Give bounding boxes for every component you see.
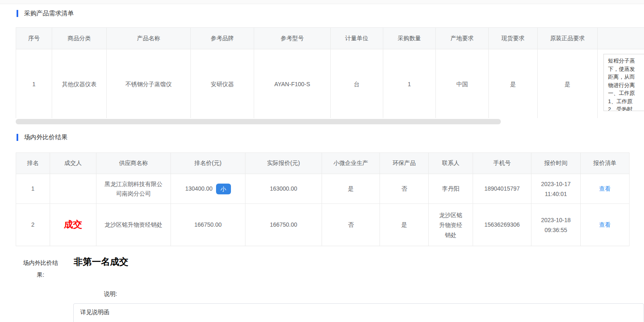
cell-contact: 李丹阳 [429, 174, 473, 204]
description-line: 下，使蒸发 [608, 65, 644, 73]
comparison-result-label: 场内外比价结果: [21, 257, 60, 281]
col-model: 参考型号 [254, 28, 331, 49]
cell-seq: 1 [16, 49, 52, 119]
cell-small-micro: 是 [322, 174, 380, 204]
comparison-table: 排名 成交人 供应商名称 排名价(元) 实际报价(元) 小微企业生产 环保产品 … [16, 153, 630, 246]
comparison-result-value: 非第一名成交 [74, 256, 128, 268]
section-title-text: 采购产品需求清单 [24, 10, 74, 17]
cell-phone: 15636269306 [473, 204, 531, 246]
cell-original-genuine: 是 [538, 49, 598, 119]
cell-eco-product: 是 [380, 204, 429, 246]
note-label: 说明: [74, 291, 117, 298]
cell-supplier: 黑龙江京朗科技有限公司南岗分公司 [96, 174, 171, 204]
cell-category: 其他仪器仪表 [52, 49, 107, 119]
view-quote-link[interactable]: 查看 [599, 221, 611, 228]
product-table-wrapper: 序号 商品分类 产品名称 参考品牌 参考型号 计量单位 采购数量 产地要求 现货… [16, 27, 644, 118]
cell-supplier: 龙沙区铭升物资经销处 [96, 204, 171, 246]
quote-clock: 09:36:55 [531, 225, 580, 235]
product-table-row: 1 其他仪器仪表 不锈钢分子蒸馏仪 安研仪器 AYAN-F100-S 台 1 中… [16, 49, 644, 119]
col-description [598, 28, 644, 49]
cell-quote-list: 查看 [581, 174, 630, 204]
description-line: 1、工作原 [608, 97, 644, 106]
col-contact: 联系人 [429, 153, 473, 174]
cell-description: 短程分子蒸 下，使蒸发 距离，从而 物进行分离 一、工作原 1、工作原 2、受热… [598, 49, 644, 119]
cell-actual-price: 166750.00 [245, 204, 322, 246]
comparison-row-1: 1 黑龙江京朗科技有限公司南岗分公司 130400.00小 163000.00 … [16, 174, 630, 204]
cell-contact: 龙沙区铭升物资经销处 [429, 204, 473, 246]
cell-quantity: 1 [383, 49, 436, 119]
col-rank-price: 排名价(元) [171, 153, 245, 174]
col-supplier: 供应商名称 [96, 153, 171, 174]
section-title-text: 场内外比价结果 [24, 133, 67, 141]
cell-rank: 2 [16, 204, 50, 246]
cell-deal-maker [50, 174, 96, 204]
col-category: 商品分类 [52, 28, 107, 49]
col-small-micro: 小微企业生产 [322, 153, 380, 174]
col-phone: 手机号 [473, 153, 531, 174]
horizontal-scrollbar [16, 119, 644, 124]
cell-quote-time: 2023-10-17 11:40:01 [531, 174, 581, 204]
product-description-box[interactable]: 短程分子蒸 下，使蒸发 距离，从而 物进行分离 一、工作原 1、工作原 2、受热… [603, 54, 644, 111]
cell-rank-price: 166750.00 [171, 204, 245, 246]
col-quote-time: 报价时间 [531, 153, 581, 174]
description-line: 距离，从而 [608, 73, 644, 81]
col-rank: 排名 [16, 153, 50, 174]
top-strip [0, 0, 644, 4]
col-origin: 产地要求 [436, 28, 489, 49]
supplier-name: 黑龙江京朗科技有限公司南岗分公司 [96, 179, 171, 199]
section-marker [17, 134, 18, 141]
cell-rank: 1 [16, 174, 50, 204]
cell-product-name: 不锈钢分子蒸馏仪 [107, 49, 191, 119]
col-in-stock: 现货要求 [489, 28, 538, 49]
description-line: 一、工作原 [608, 89, 644, 97]
cell-quote-list: 查看 [581, 204, 630, 246]
description-line: 物进行分离 [608, 81, 644, 90]
section-title-product-list: 采购产品需求清单 [17, 10, 74, 17]
section-title-price-comparison: 场内外比价结果 [17, 133, 67, 141]
cell-rank-price: 130400.00小 [171, 174, 245, 204]
col-deal-maker: 成交人 [50, 153, 96, 174]
rank-price-value: 130400.00 [185, 185, 212, 191]
quote-date: 2023-10-18 [531, 215, 580, 225]
contact-name: 龙沙区铭升物资经销处 [429, 210, 473, 240]
section-marker [17, 10, 18, 17]
procurement-detail-page: 采购产品需求清单 序号 商品分类 产品名称 参考品牌 参考型号 计量单位 采购数… [0, 0, 644, 322]
comparison-row-2: 2 成交 龙沙区铭升物资经销处 166750.00 166750.00 否 是 … [16, 204, 630, 246]
cell-deal-maker: 成交 [50, 204, 96, 246]
quote-date: 2023-10-17 [531, 179, 580, 189]
cell-quote-time: 2023-10-18 09:36:55 [531, 204, 581, 246]
deal-badge: 成交 [64, 219, 82, 230]
cell-actual-price: 163000.00 [245, 174, 322, 204]
view-quote-link[interactable]: 查看 [599, 185, 611, 192]
col-eco-product: 环保产品 [380, 153, 429, 174]
col-brand: 参考品牌 [191, 28, 254, 49]
quote-clock: 11:40:01 [531, 189, 580, 199]
product-table: 序号 商品分类 产品名称 参考品牌 参考型号 计量单位 采购数量 产地要求 现货… [16, 27, 644, 118]
product-table-header-row: 序号 商品分类 产品名称 参考品牌 参考型号 计量单位 采购数量 产地要求 现货… [16, 28, 644, 49]
cell-in-stock: 是 [489, 49, 538, 119]
col-original-genuine: 原装正品要求 [538, 28, 598, 49]
supplier-name: 龙沙区铭升物资经销处 [99, 220, 168, 230]
note-textarea[interactable]: 详见说明函 [73, 303, 644, 322]
description-line: 短程分子蒸 [608, 57, 644, 65]
small-micro-badge: 小 [216, 184, 231, 194]
col-quantity: 采购数量 [383, 28, 436, 49]
cell-phone: 18904015797 [473, 174, 531, 204]
comparison-table-header-row: 排名 成交人 供应商名称 排名价(元) 实际报价(元) 小微企业生产 环保产品 … [16, 153, 630, 174]
col-unit: 计量单位 [331, 28, 383, 49]
cell-origin: 中国 [436, 49, 489, 119]
col-seq: 序号 [16, 28, 52, 49]
cell-unit: 台 [331, 49, 383, 119]
cell-brand: 安研仪器 [191, 49, 254, 119]
cell-eco-product: 否 [380, 174, 429, 204]
cell-model: AYAN-F100-S [254, 49, 331, 119]
col-product-name: 产品名称 [107, 28, 191, 49]
horizontal-scrollbar-thumb[interactable] [16, 119, 501, 124]
col-quote-list: 报价清单 [581, 153, 630, 174]
col-actual-price: 实际报价(元) [245, 153, 322, 174]
cell-small-micro: 否 [322, 204, 380, 246]
description-line: 2、受热时 [608, 105, 644, 111]
